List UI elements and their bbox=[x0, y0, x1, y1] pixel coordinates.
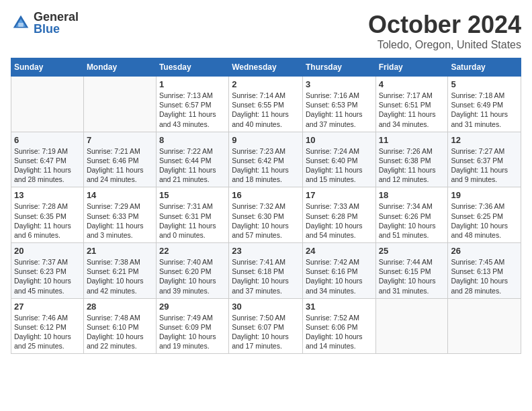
calendar-cell: 19Sunrise: 7:36 AMSunset: 6:25 PMDayligh… bbox=[448, 187, 521, 243]
calendar-cell: 15Sunrise: 7:31 AMSunset: 6:31 PMDayligh… bbox=[156, 187, 228, 243]
calendar-cell: 23Sunrise: 7:41 AMSunset: 6:18 PMDayligh… bbox=[229, 243, 303, 299]
calendar-cell: 1Sunrise: 7:13 AMSunset: 6:57 PMDaylight… bbox=[156, 77, 228, 132]
calendar-cell: 30Sunrise: 7:50 AMSunset: 6:07 PMDayligh… bbox=[229, 298, 303, 354]
calendar-cell: 8Sunrise: 7:22 AMSunset: 6:44 PMDaylight… bbox=[156, 132, 228, 187]
day-number: 21 bbox=[87, 246, 153, 256]
title-block: October 2024 Toledo, Oregon, United Stat… bbox=[368, 11, 521, 51]
weekday-header-thursday: Thursday bbox=[302, 58, 375, 77]
day-info: Sunrise: 7:48 AMSunset: 6:10 PMDaylight:… bbox=[87, 313, 153, 351]
day-number: 15 bbox=[159, 190, 226, 200]
calendar-cell bbox=[375, 298, 448, 354]
logo: General Blue bbox=[11, 11, 79, 35]
day-number: 31 bbox=[306, 302, 373, 312]
day-info: Sunrise: 7:19 AMSunset: 6:47 PMDaylight:… bbox=[14, 146, 81, 185]
weekday-header-tuesday: Tuesday bbox=[156, 58, 228, 77]
calendar-cell: 26Sunrise: 7:45 AMSunset: 6:13 PMDayligh… bbox=[448, 243, 521, 299]
day-number: 16 bbox=[232, 190, 300, 200]
week-row-1: 1Sunrise: 7:13 AMSunset: 6:57 PMDaylight… bbox=[11, 77, 521, 132]
day-info: Sunrise: 7:45 AMSunset: 6:13 PMDaylight:… bbox=[451, 257, 518, 295]
calendar-cell: 12Sunrise: 7:27 AMSunset: 6:37 PMDayligh… bbox=[448, 132, 521, 187]
weekday-header-saturday: Saturday bbox=[448, 58, 521, 77]
calendar-cell: 27Sunrise: 7:46 AMSunset: 6:12 PMDayligh… bbox=[11, 298, 84, 354]
calendar-cell: 31Sunrise: 7:52 AMSunset: 6:06 PMDayligh… bbox=[302, 298, 375, 354]
day-info: Sunrise: 7:29 AMSunset: 6:33 PMDaylight:… bbox=[87, 201, 153, 240]
day-number: 27 bbox=[14, 302, 81, 312]
day-info: Sunrise: 7:33 AMSunset: 6:28 PMDaylight:… bbox=[306, 201, 373, 240]
day-number: 17 bbox=[306, 190, 373, 200]
day-info: Sunrise: 7:49 AMSunset: 6:09 PMDaylight:… bbox=[159, 313, 226, 351]
day-info: Sunrise: 7:41 AMSunset: 6:18 PMDaylight:… bbox=[232, 257, 300, 295]
day-number: 24 bbox=[306, 246, 373, 256]
calendar-cell bbox=[448, 298, 521, 354]
calendar-cell: 13Sunrise: 7:28 AMSunset: 6:35 PMDayligh… bbox=[11, 187, 84, 243]
day-number: 14 bbox=[87, 190, 153, 200]
calendar-cell: 5Sunrise: 7:18 AMSunset: 6:49 PMDaylight… bbox=[448, 77, 521, 132]
day-number: 19 bbox=[451, 190, 518, 200]
day-info: Sunrise: 7:23 AMSunset: 6:42 PMDaylight:… bbox=[232, 146, 300, 185]
calendar-cell: 14Sunrise: 7:29 AMSunset: 6:33 PMDayligh… bbox=[83, 187, 156, 243]
calendar-cell: 4Sunrise: 7:17 AMSunset: 6:51 PMDaylight… bbox=[375, 77, 448, 132]
day-info: Sunrise: 7:50 AMSunset: 6:07 PMDaylight:… bbox=[232, 313, 300, 351]
calendar-cell: 16Sunrise: 7:32 AMSunset: 6:30 PMDayligh… bbox=[229, 187, 303, 243]
day-info: Sunrise: 7:46 AMSunset: 6:12 PMDaylight:… bbox=[14, 313, 81, 351]
calendar-cell: 18Sunrise: 7:34 AMSunset: 6:26 PMDayligh… bbox=[375, 187, 448, 243]
weekday-header-sunday: Sunday bbox=[11, 58, 84, 77]
calendar-cell: 2Sunrise: 7:14 AMSunset: 6:55 PMDaylight… bbox=[229, 77, 303, 132]
calendar-cell: 17Sunrise: 7:33 AMSunset: 6:28 PMDayligh… bbox=[302, 187, 375, 243]
day-number: 13 bbox=[14, 190, 81, 200]
week-row-4: 20Sunrise: 7:37 AMSunset: 6:23 PMDayligh… bbox=[11, 243, 521, 299]
calendar-cell: 22Sunrise: 7:40 AMSunset: 6:20 PMDayligh… bbox=[156, 243, 228, 299]
day-number: 25 bbox=[379, 246, 445, 256]
day-info: Sunrise: 7:17 AMSunset: 6:51 PMDaylight:… bbox=[379, 91, 445, 129]
svg-rect-2 bbox=[18, 23, 24, 27]
calendar-cell: 7Sunrise: 7:21 AMSunset: 6:46 PMDaylight… bbox=[83, 132, 156, 187]
day-number: 11 bbox=[379, 135, 445, 145]
day-info: Sunrise: 7:21 AMSunset: 6:46 PMDaylight:… bbox=[87, 146, 153, 185]
page-header: General Blue October 2024 Toledo, Oregon… bbox=[11, 11, 521, 51]
day-number: 4 bbox=[379, 79, 445, 89]
day-info: Sunrise: 7:28 AMSunset: 6:35 PMDaylight:… bbox=[14, 201, 81, 240]
day-info: Sunrise: 7:44 AMSunset: 6:15 PMDaylight:… bbox=[379, 257, 445, 295]
logo-blue-text: Blue bbox=[34, 23, 79, 35]
day-number: 7 bbox=[87, 135, 153, 145]
week-row-3: 13Sunrise: 7:28 AMSunset: 6:35 PMDayligh… bbox=[11, 187, 521, 243]
day-number: 18 bbox=[379, 190, 445, 200]
weekday-header-row: SundayMondayTuesdayWednesdayThursdayFrid… bbox=[11, 58, 521, 77]
logo-text: General Blue bbox=[34, 11, 79, 35]
day-number: 20 bbox=[14, 246, 81, 256]
month-title: October 2024 bbox=[368, 11, 521, 39]
day-info: Sunrise: 7:38 AMSunset: 6:21 PMDaylight:… bbox=[87, 257, 153, 295]
day-number: 8 bbox=[159, 135, 226, 145]
week-row-2: 6Sunrise: 7:19 AMSunset: 6:47 PMDaylight… bbox=[11, 132, 521, 187]
day-info: Sunrise: 7:18 AMSunset: 6:49 PMDaylight:… bbox=[451, 91, 518, 129]
weekday-header-friday: Friday bbox=[375, 58, 448, 77]
calendar-cell: 6Sunrise: 7:19 AMSunset: 6:47 PMDaylight… bbox=[11, 132, 84, 187]
day-number: 23 bbox=[232, 246, 300, 256]
day-number: 28 bbox=[87, 302, 153, 312]
day-info: Sunrise: 7:24 AMSunset: 6:40 PMDaylight:… bbox=[306, 146, 373, 185]
day-info: Sunrise: 7:37 AMSunset: 6:23 PMDaylight:… bbox=[14, 257, 81, 295]
day-number: 29 bbox=[159, 302, 226, 312]
day-info: Sunrise: 7:26 AMSunset: 6:38 PMDaylight:… bbox=[379, 146, 445, 185]
day-info: Sunrise: 7:34 AMSunset: 6:26 PMDaylight:… bbox=[379, 201, 445, 240]
day-number: 2 bbox=[232, 79, 300, 89]
day-info: Sunrise: 7:31 AMSunset: 6:31 PMDaylight:… bbox=[159, 201, 226, 240]
calendar-cell: 20Sunrise: 7:37 AMSunset: 6:23 PMDayligh… bbox=[11, 243, 84, 299]
logo-general-text: General bbox=[34, 11, 79, 23]
day-number: 10 bbox=[306, 135, 373, 145]
day-number: 3 bbox=[306, 79, 373, 89]
calendar-cell: 29Sunrise: 7:49 AMSunset: 6:09 PMDayligh… bbox=[156, 298, 228, 354]
day-number: 30 bbox=[232, 302, 300, 312]
calendar-cell: 28Sunrise: 7:48 AMSunset: 6:10 PMDayligh… bbox=[83, 298, 156, 354]
day-info: Sunrise: 7:16 AMSunset: 6:53 PMDaylight:… bbox=[306, 91, 373, 129]
day-info: Sunrise: 7:13 AMSunset: 6:57 PMDaylight:… bbox=[159, 91, 226, 129]
calendar-cell: 10Sunrise: 7:24 AMSunset: 6:40 PMDayligh… bbox=[302, 132, 375, 187]
day-info: Sunrise: 7:36 AMSunset: 6:25 PMDaylight:… bbox=[451, 201, 518, 240]
calendar-table: SundayMondayTuesdayWednesdayThursdayFrid… bbox=[11, 58, 521, 354]
weekday-header-wednesday: Wednesday bbox=[229, 58, 303, 77]
day-info: Sunrise: 7:14 AMSunset: 6:55 PMDaylight:… bbox=[232, 91, 300, 129]
day-number: 1 bbox=[159, 79, 226, 89]
week-row-5: 27Sunrise: 7:46 AMSunset: 6:12 PMDayligh… bbox=[11, 298, 521, 354]
calendar-cell: 9Sunrise: 7:23 AMSunset: 6:42 PMDaylight… bbox=[229, 132, 303, 187]
calendar-cell: 3Sunrise: 7:16 AMSunset: 6:53 PMDaylight… bbox=[302, 77, 375, 132]
